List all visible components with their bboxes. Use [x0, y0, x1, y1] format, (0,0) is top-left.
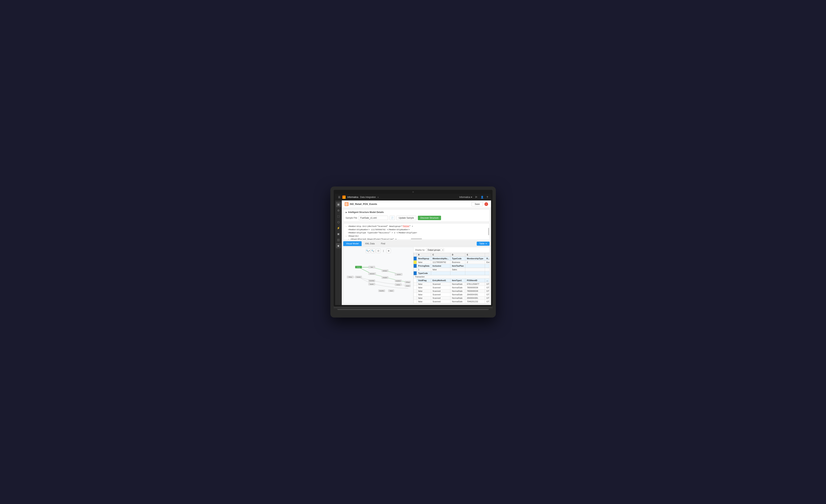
- svg-text:RewardPlan: RewardPlan: [379, 291, 384, 292]
- zoom-in-button[interactable]: 🔍+: [366, 249, 370, 253]
- graph-svg: POSLog Target Membership NewSignup P: [345, 254, 411, 302]
- tab-visual-model[interactable]: Visual Model: [343, 241, 362, 246]
- cell-pos-3: 7800000038: [465, 290, 485, 293]
- cell-gt-1: GT: [485, 282, 489, 286]
- col-inclusive: Inclusive: [431, 264, 451, 268]
- close-button[interactable]: ×: [484, 202, 488, 206]
- sidebar-item-home[interactable]: ⊞: [336, 202, 341, 207]
- tab-find[interactable]: Find: [378, 241, 388, 246]
- xml-preview: - <Membership EntryMethod="Scanned" NewS…: [343, 223, 489, 240]
- newsignup-data-row: false 111795599792 Business 2 Exe...: [413, 260, 489, 264]
- cell-item-3: NormalSale: [451, 290, 465, 293]
- laptop-screen: ☰ I Informatica Data Integration ▾ Infor…: [334, 190, 492, 307]
- pricingdata-indicator: [413, 264, 417, 268]
- display-by-select[interactable]: Output groups Input groups All fields: [426, 248, 444, 252]
- pricingdata-row-indicator: [413, 268, 417, 271]
- laptop-hinge: [334, 307, 492, 309]
- data-table-wrap[interactable]: B C D E: [413, 253, 489, 303]
- mini-graph: POSLog Target Membership NewSignup P: [345, 254, 411, 302]
- tabs-left: Visual Model XML Data Find: [343, 241, 388, 246]
- svg-text:ItemType: ItemType: [396, 285, 400, 286]
- table-row: false Scanned NormalSale 2840004381 GT: [413, 293, 489, 296]
- svg-text:Transaction: Transaction: [356, 277, 361, 277]
- save-button[interactable]: Save: [472, 202, 483, 206]
- svg-text:POSLog: POSLog: [357, 267, 360, 268]
- col-r: R...: [485, 257, 489, 260]
- xml-line-2: <MembershipNumber> 111795599792 </Member…: [346, 228, 487, 232]
- xml-hscrollbar[interactable]: [411, 239, 422, 239]
- cell-membershiptype-val: 2: [465, 260, 485, 264]
- table-view-button[interactable]: Table ✕: [477, 242, 489, 246]
- cell-item-4: NormalSale: [451, 293, 465, 296]
- cell-voidflag-4: false: [417, 293, 431, 296]
- svg-text:POSLogs: POSLogs: [406, 282, 410, 283]
- svg-text:SpaceNm: SpaceNm: [370, 284, 373, 285]
- org-dropdown-icon: ▾: [471, 196, 472, 198]
- tab-xml-data[interactable]: XML Data: [362, 241, 377, 246]
- cell-entry-1: Scanned: [431, 282, 451, 286]
- sidebar-item-grid[interactable]: ⬚: [336, 214, 341, 219]
- sidebar-item-layers1[interactable]: ▣: [336, 231, 341, 237]
- sidebar-item-explore[interactable]: ⊙: [336, 208, 341, 213]
- update-sample-button[interactable]: Update Sample: [396, 216, 416, 220]
- help-icon[interactable]: ?: [487, 196, 488, 199]
- cell-pd-empty1: [465, 268, 485, 271]
- org-selector[interactable]: Informatica ▾: [459, 196, 472, 198]
- col-index-row: B C D E: [413, 253, 489, 257]
- sidebar-item-layers2[interactable]: ◫: [336, 237, 341, 242]
- cell-item-1: NormalSale: [451, 282, 465, 286]
- discover-structure-button[interactable]: Discover Structure: [418, 216, 441, 220]
- cell-entry-5: Scanned: [431, 296, 451, 300]
- menu-icon[interactable]: ☰: [338, 196, 341, 199]
- col-entrymethod1: EntryMethod1: [431, 278, 451, 282]
- flag-icon[interactable]: 🏳: [475, 196, 478, 199]
- zoom-out-button[interactable]: 🔍-: [371, 249, 375, 253]
- cell-gt-5: GT: [485, 296, 489, 300]
- sidebar-item-lightning[interactable]: ⚡: [336, 226, 341, 231]
- cell-entry-3: Scanned: [431, 290, 451, 293]
- sidebar-item-hex[interactable]: ⬡: [336, 219, 341, 225]
- table-button-label: Table: [479, 242, 485, 245]
- user-icon[interactable]: 👤: [481, 196, 484, 199]
- row-indicator: [413, 290, 417, 293]
- table-close-icon[interactable]: ✕: [485, 243, 487, 245]
- xml-scrollbar[interactable]: [488, 228, 489, 235]
- webcam: [412, 191, 414, 193]
- svg-text:TypeCode: TypeCode: [397, 274, 401, 275]
- col-empty1: [465, 264, 485, 268]
- cell-gt-6: GT: [485, 300, 489, 303]
- sidebar-item-analytics[interactable]: ◈: [336, 243, 341, 248]
- transaction-indicator: [413, 278, 417, 282]
- svg-text:Membership: Membership: [370, 273, 374, 274]
- visual-data-split: 🔍+ 🔍- ⊡ | ⊕: [343, 247, 489, 304]
- ism-header[interactable]: ▶ Intelligent Structure Model Details: [343, 209, 489, 215]
- cell-r-val: Exe...: [485, 260, 489, 264]
- xml-highlighted-value: false: [403, 225, 409, 228]
- table-row: false Scanned NormalSale 67811256877 GT: [413, 282, 489, 286]
- typecode-indicator: [413, 271, 417, 275]
- screen-bezel: ☰ I Informatica Data Integration ▾ Infor…: [334, 190, 492, 307]
- reset-view-button[interactable]: ⊕: [387, 249, 391, 253]
- typecode-header-row: TypeCode: [413, 271, 489, 275]
- sample-file-label: Sample File: [346, 216, 357, 219]
- col-membershipnum: MembershipNu...: [431, 257, 451, 260]
- fit-view-button[interactable]: ⊡: [376, 249, 380, 253]
- cell-inclusive-val: false: [431, 268, 451, 271]
- col-idx-b: B: [417, 253, 431, 257]
- transaction-section-label-row: Transaction: [413, 275, 489, 278]
- row-indicator: [413, 286, 417, 290]
- doc-type-icon: [345, 202, 348, 206]
- row-indicator: [413, 282, 417, 286]
- ism-section: ▶ Intelligent Structure Model Details Sa…: [343, 209, 489, 222]
- cell-item-2: NormalSale: [451, 286, 465, 290]
- content-area: ISD_Retail_POS_Events Save × ▶ Intel: [342, 200, 491, 305]
- cell-item-6: NormalSale: [451, 300, 465, 303]
- laptop-container: ☰ I Informatica Data Integration ▾ Infor…: [330, 187, 496, 317]
- org-name: Informatica: [459, 196, 470, 198]
- doc-header: ISD_Retail_POS_Events Save ×: [342, 200, 491, 208]
- cell-pos-1: 67811256877: [465, 282, 485, 286]
- file-browse-button[interactable]: 📄: [390, 216, 395, 220]
- module-dropdown-icon[interactable]: ▾: [377, 196, 378, 198]
- sample-file-input[interactable]: [359, 216, 388, 220]
- newsignup-header-row: NewSignup MembershipNu... TypeCode Membe…: [413, 257, 489, 260]
